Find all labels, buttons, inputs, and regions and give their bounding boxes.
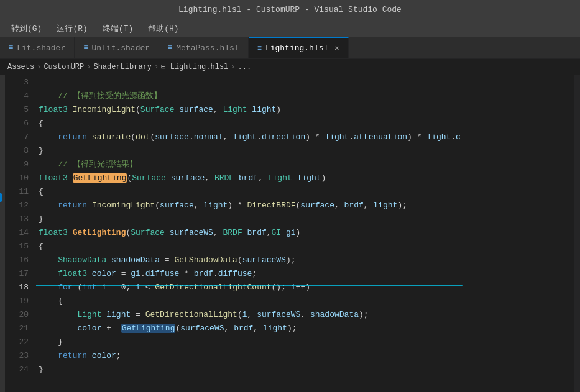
getlighting-highlight-10: GetLighting: [73, 173, 127, 183]
tab-bar: ≡ Lit.shader ≡ Unlit.shader ≡ MetaPass.h…: [0, 37, 580, 59]
code-line-7: return saturate ( dot ( surface . normal…: [39, 130, 574, 144]
breadcrumb: Assets › CustomURP › ShaderLibrary › ⊟ L…: [0, 59, 580, 75]
minimap: [574, 75, 580, 392]
gutter-line-18: 18: [10, 280, 29, 294]
comment-4: // 【得到接受的光源函数】: [39, 90, 162, 101]
breadcrumb-sep-4: ›: [231, 63, 235, 71]
gutter-line-21: 21: [10, 321, 29, 335]
tab-icon-lit: ≡: [9, 43, 13, 52]
tab-label-lighting: Lighting.hlsl: [265, 43, 328, 53]
gutter-line-9: 9: [10, 157, 29, 171]
code-line-9: // 【得到光照结果】: [39, 157, 574, 171]
code-content[interactable]: // 【得到接受的光源函数】 float3 IncomingLight ( Su…: [36, 75, 574, 392]
cyan-underline-18: [36, 285, 463, 286]
left-activity-bar: [0, 75, 5, 392]
title-text: Lighting.hlsl - CustomURP - Visual Studi…: [178, 5, 402, 14]
tab-icon-unlit: ≡: [83, 43, 88, 52]
gutter-line-16: 16: [10, 253, 29, 267]
code-line-10: float3 GetLighting ( Surface surface , B…: [39, 171, 574, 185]
tab-metapass[interactable]: ≡ MetaPass.hlsl: [159, 37, 249, 58]
func-incominglight: IncomingLight: [73, 105, 136, 114]
gutter-line-14: 14: [10, 226, 29, 239]
menu-help[interactable]: 帮助(H): [142, 21, 185, 37]
code-line-18: for ( int i = 0 ; i < GetDirectionalLigh…: [39, 280, 574, 294]
code-line-14: float3 GetLighting ( Surface surfaceWS ,…: [39, 226, 574, 239]
code-line-23: return color ;: [39, 349, 574, 362]
tab-lit-shader[interactable]: ≡ Lit.shader: [0, 37, 75, 58]
gutter-line-6: 6: [10, 116, 29, 130]
breadcrumb-assets[interactable]: Assets: [7, 63, 34, 71]
code-line-8: }: [39, 144, 574, 157]
tab-label-unlit: Unlit.shader: [91, 43, 150, 53]
editor-area: 3 4 5 6 7 8 9 10 11 12 13 14 15 16 17 18…: [0, 75, 580, 392]
code-line-13: }: [39, 212, 574, 226]
code-line-24: }: [39, 362, 574, 376]
code-line-11: {: [39, 185, 574, 198]
gutter-line-4: 4: [10, 89, 29, 103]
type-float3-5: float3: [39, 105, 68, 114]
gutter-line-23: 23: [10, 349, 29, 362]
menu-terminal[interactable]: 终端(T): [96, 21, 139, 37]
gutter-line-15: 15: [10, 239, 29, 253]
breadcrumb-customurp[interactable]: CustomURP: [44, 63, 84, 71]
gutter-line-10: 10: [10, 171, 29, 185]
breadcrumb-lighting-file[interactable]: ⊟ Lighting.hlsl: [161, 62, 228, 71]
code-line-20: Light light = GetDirectionalLight ( i , …: [39, 308, 574, 321]
getlighting-highlight-21: GetLighting: [121, 324, 176, 333]
title-bar: Lighting.hlsl - CustomURP - Visual Studi…: [0, 0, 580, 19]
left-bar-mark: [0, 193, 2, 202]
code-line-15: {: [39, 239, 574, 253]
gutter-line-20: 20: [10, 308, 29, 321]
gutter-line-13: 13: [10, 212, 29, 226]
gutter-line-12: 12: [10, 198, 29, 212]
breadcrumb-sep-3: ›: [154, 63, 159, 71]
code-line-3: [39, 75, 574, 89]
tab-close-lighting[interactable]: ✕: [334, 43, 339, 53]
gutter-line-3: 3: [10, 75, 29, 89]
tab-label-lit: Lit.shader: [17, 43, 65, 53]
menu-run[interactable]: 运行(R): [50, 21, 93, 37]
gutter-line-11: 11: [10, 185, 29, 198]
code-line-6: {: [39, 116, 574, 130]
comment-9: // 【得到光照结果】: [39, 158, 137, 170]
tab-label-meta: MetaPass.hlsl: [176, 43, 239, 53]
code-line-16: ShadowData shadowData = GetShadowData ( …: [39, 253, 574, 267]
breadcrumb-sep-2: ›: [86, 63, 91, 71]
gutter-line-19: 19: [10, 294, 29, 308]
light-color: c: [456, 132, 461, 142]
code-line-4: // 【得到接受的光源函数】: [39, 89, 574, 103]
line-number-gutter: 3 4 5 6 7 8 9 10 11 12 13 14 15 16 17 18…: [5, 75, 36, 392]
getlighting-highlight-14: GetLighting: [73, 228, 126, 237]
code-line-19: {: [39, 294, 574, 308]
tab-icon-meta: ≡: [168, 43, 172, 52]
code-line-5: float3 IncomingLight ( Surface surface ,…: [39, 103, 574, 116]
gutter-line-22: 22: [10, 335, 29, 349]
breadcrumb-sep-1: ›: [37, 63, 41, 71]
tab-unlit-shader[interactable]: ≡ Unlit.shader: [75, 37, 159, 58]
tab-icon-lighting: ≡: [257, 44, 262, 53]
breadcrumb-ellipsis: ...: [238, 63, 252, 71]
code-line-12: return IncomingLight ( surface , light )…: [39, 198, 574, 212]
menu-bar: 转到(G) 运行(R) 终端(T) 帮助(H): [0, 19, 580, 37]
gutter-line-8: 8: [10, 144, 29, 157]
menu-goto[interactable]: 转到(G): [5, 21, 48, 37]
code-line-22: }: [39, 335, 574, 349]
gutter-line-7: 7: [10, 130, 29, 144]
gutter-line-17: 17: [10, 267, 29, 280]
tab-lighting[interactable]: ≡ Lighting.hlsl ✕: [249, 37, 349, 58]
gutter-line-24: 24: [10, 362, 29, 376]
code-line-21: color += GetLighting ( surfaceWS , brdf …: [39, 321, 574, 335]
code-line-17: float3 color = gi . diffuse * brdf . dif…: [39, 267, 574, 280]
gutter-line-5: 5: [10, 103, 29, 116]
breadcrumb-shaderlibrary[interactable]: ShaderLibrary: [93, 63, 152, 71]
